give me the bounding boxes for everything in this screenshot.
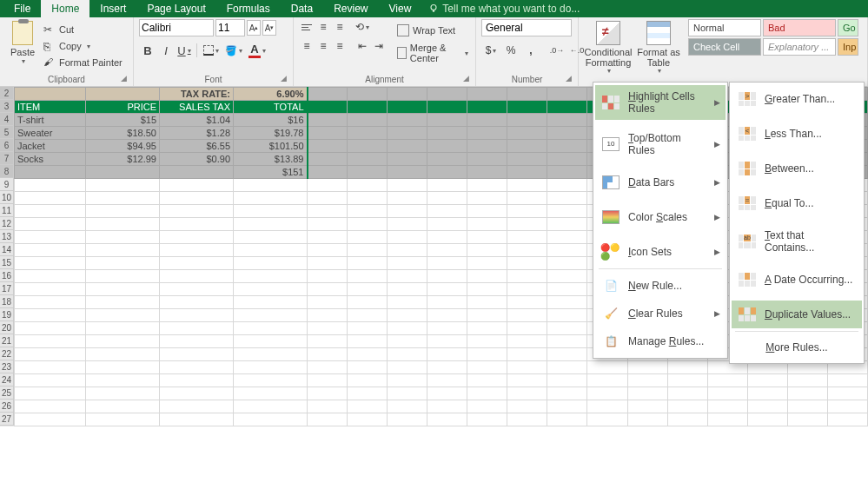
align-center-button[interactable]: ≡	[315, 38, 331, 54]
format-painter-button[interactable]: Format Painter	[42, 56, 124, 69]
borders-button[interactable]: ▾	[201, 42, 222, 59]
align-top-button[interactable]	[299, 19, 315, 35]
align-right-button[interactable]: ≡	[332, 38, 348, 54]
row-header[interactable]: 2	[0, 87, 14, 100]
orientation-button[interactable]: ⟲▾	[354, 19, 370, 35]
paste-icon	[12, 21, 33, 45]
row-header[interactable]: 5	[0, 126, 14, 139]
row-header[interactable]: 16	[0, 269, 14, 282]
duplicate-values-icon	[737, 306, 758, 323]
row-headers[interactable]: 2345678910111213141516171819202122232425…	[0, 87, 14, 426]
style-explanatory[interactable]: Explanatory ...	[763, 38, 836, 56]
row-header[interactable]: 6	[0, 139, 14, 152]
menu-date-occurring[interactable]: A Date Occurring...	[732, 266, 862, 294]
row-header[interactable]: 20	[0, 321, 14, 334]
paste-button[interactable]: Paste ▾	[5, 19, 40, 67]
tab-insert[interactable]: Insert	[89, 0, 136, 17]
row-header[interactable]: 9	[0, 178, 14, 191]
row-header[interactable]: 12	[0, 217, 14, 230]
comma-format-button[interactable]: ,	[521, 42, 540, 59]
row-header[interactable]: 27	[0, 413, 14, 426]
menu-clear-rules[interactable]: 🧹 Clear Rules ▶	[595, 300, 726, 327]
menu-equal-to[interactable]: = Equal To...	[732, 189, 862, 217]
font-name-combo[interactable]	[139, 19, 214, 36]
style-good[interactable]: Go	[838, 19, 858, 36]
alignment-launcher[interactable]: ◢	[463, 74, 474, 84]
style-normal[interactable]: Normal	[688, 19, 761, 36]
tell-me-search[interactable]: Tell me what you want to do...	[421, 0, 586, 17]
row-header[interactable]: 17	[0, 282, 14, 295]
percent-format-button[interactable]: %	[501, 42, 520, 59]
conditional-formatting-button[interactable]: Conditional Formatting▾	[584, 19, 633, 77]
copy-button[interactable]: Copy▾	[42, 39, 124, 53]
row-header[interactable]: 22	[0, 347, 14, 360]
align-middle-button[interactable]: ≡	[315, 19, 331, 35]
menu-data-bars[interactable]: Data Bars ▶	[595, 169, 726, 196]
align-bottom-button[interactable]: ≡	[332, 19, 348, 35]
menu-more-rules[interactable]: More Rules...	[732, 334, 862, 360]
menu-highlight-cells[interactable]: Highlight Cells Rules ▶	[595, 85, 726, 120]
underline-button[interactable]: U▾	[176, 42, 193, 59]
bold-button[interactable]: B	[139, 42, 156, 59]
style-bad[interactable]: Bad	[763, 19, 836, 36]
row-header[interactable]: 13	[0, 230, 14, 243]
row-header[interactable]: 26	[0, 400, 14, 413]
tab-view[interactable]: View	[379, 0, 422, 17]
wrap-text-button[interactable]: Wrap Text	[395, 23, 470, 38]
decrease-indent-button[interactable]: ⇤	[354, 38, 370, 54]
style-input[interactable]: Inp	[838, 38, 858, 56]
increase-indent-button[interactable]: ⇥	[371, 38, 387, 54]
format-as-table-button[interactable]: Format as Table▾	[634, 19, 683, 77]
merge-center-button[interactable]: Merge & Center▾	[395, 41, 470, 65]
row-header[interactable]: 18	[0, 295, 14, 308]
wrap-icon	[397, 24, 409, 36]
menu-less-than[interactable]: < Less Than...	[732, 120, 862, 148]
number-format-combo[interactable]	[481, 19, 572, 36]
cut-button[interactable]: Cut	[42, 23, 124, 36]
menu-manage-rules[interactable]: 📋 Manage Rules...	[595, 327, 726, 355]
menu-top-bottom[interactable]: 10 Top/Bottom Rules ▶	[595, 127, 726, 162]
fill-color-button[interactable]: 🪣▾	[222, 42, 245, 59]
accounting-format-button[interactable]: $▾	[481, 42, 500, 59]
clipboard-launcher[interactable]: ◢	[121, 74, 131, 84]
row-header[interactable]: 24	[0, 373, 14, 387]
tab-data[interactable]: Data	[281, 0, 323, 17]
row-header[interactable]: 14	[0, 243, 14, 256]
row-header[interactable]: 21	[0, 334, 14, 347]
increase-decimal-button[interactable]: .0→	[547, 42, 567, 59]
row-header[interactable]: 11	[0, 204, 14, 217]
brush-icon	[43, 56, 56, 69]
row-header[interactable]: 19	[0, 308, 14, 321]
row-header[interactable]: 4	[0, 113, 14, 126]
menu-new-rule[interactable]: 📄 New Rule...	[595, 272, 726, 300]
tab-formulas[interactable]: Formulas	[216, 0, 281, 17]
row-header[interactable]: 7	[0, 152, 14, 165]
menu-icon-sets[interactable]: 🔴🟡🟢 Icon Sets ▶	[595, 238, 726, 266]
style-check-cell[interactable]: Check Cell	[688, 38, 761, 56]
font-size-combo[interactable]	[215, 19, 245, 36]
menu-color-scales[interactable]: Color Scales ▶	[595, 203, 726, 231]
row-header[interactable]: 23	[0, 360, 14, 373]
tab-review[interactable]: Review	[323, 0, 378, 17]
row-header[interactable]: 15	[0, 256, 14, 269]
font-color-icon: A	[248, 43, 260, 58]
top-bottom-icon: 10	[600, 135, 621, 153]
row-header[interactable]: 10	[0, 191, 14, 204]
font-launcher[interactable]: ◢	[281, 74, 291, 84]
row-header[interactable]: 8	[0, 165, 14, 178]
row-header[interactable]: 25	[0, 387, 14, 400]
menu-greater-than[interactable]: > Greater Than...	[732, 85, 862, 113]
tab-file[interactable]: File	[3, 0, 41, 17]
font-color-button[interactable]: A▾	[246, 42, 268, 59]
increase-font-button[interactable]: A▴	[247, 20, 261, 36]
menu-between[interactable]: Between...	[732, 155, 862, 182]
tab-pagelayout[interactable]: Page Layout	[136, 0, 215, 17]
italic-button[interactable]: I	[157, 42, 175, 59]
number-launcher[interactable]: ◢	[566, 74, 576, 84]
menu-duplicate-values[interactable]: Duplicate Values...	[732, 301, 862, 328]
tab-home[interactable]: Home	[41, 0, 89, 17]
row-header[interactable]: 3	[0, 100, 14, 113]
align-left-button[interactable]: ≡	[299, 38, 315, 54]
decrease-font-button[interactable]: A▾	[262, 20, 276, 36]
menu-text-contains[interactable]: ab Text that Contains...	[732, 224, 862, 259]
